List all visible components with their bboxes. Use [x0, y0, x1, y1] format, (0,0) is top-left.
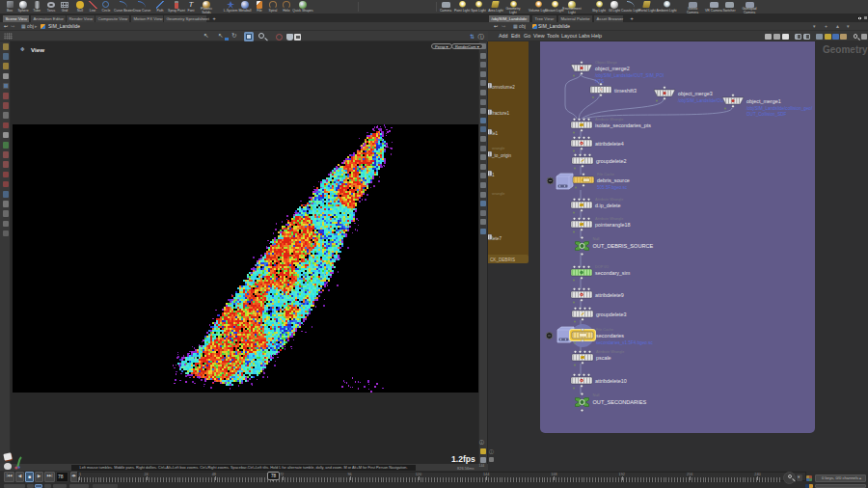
- svg-text:Null: Null: [593, 236, 600, 241]
- svg-text:pointwrangle18: pointwrangle18: [595, 222, 631, 228]
- svg-text:debris_source: debris_source: [597, 177, 630, 183]
- svg-text:CK_DEBRIS: CK_DEBRIS: [490, 258, 515, 262]
- svg-text:secondaries: secondaries: [596, 333, 624, 339]
- svg-text:DOP I/O: DOP I/O: [595, 265, 609, 269]
- svg-text:OUT_Collision_SDF: OUT_Collision_SDF: [746, 112, 787, 117]
- svg-text:ⓘ: ⓘ: [489, 448, 494, 454]
- svg-text:Attribute Wrangle: Attribute Wrangle: [595, 118, 623, 122]
- svg-text:×: ×: [581, 379, 583, 383]
- svg-text:lete7: lete7: [492, 236, 502, 241]
- svg-text:×: ×: [581, 142, 583, 146]
- svg-text:_to_origin: _to_origin: [491, 153, 512, 158]
- svg-text:Attribute Wrangle: Attribute Wrangle: [596, 350, 624, 354]
- svg-text:wrangle: wrangle: [492, 192, 504, 196]
- svg-text:object_merge1: object_merge1: [746, 98, 781, 104]
- svg-text:NTS: NTS: [595, 79, 604, 84]
- svg-text:fracture1: fracture1: [492, 111, 510, 116]
- svg-text:omvolume2: omvolume2: [492, 85, 515, 90]
- svg-text:secondary_sim: secondary_sim: [595, 270, 631, 276]
- svg-text:groupdelete2: groupdelete2: [596, 158, 626, 164]
- svg-text:Attribute Wrangle: Attribute Wrangle: [595, 217, 623, 221]
- svg-text:File Cache: File Cache: [597, 173, 614, 176]
- svg-text:/obj/SIM_Landslide/collision_g: /obj/SIM_Landslide/collision_geo/: [746, 106, 813, 111]
- svg-text:object_merge3: object_merge3: [678, 91, 713, 96]
- svg-text:secondaries_v1.5F4.bgeo.sc: secondaries_v1.5F4.bgeo.sc: [596, 340, 653, 345]
- svg-text:Attribute Wrangle: Attribute Wrangle: [595, 198, 623, 202]
- svg-text:Object Merge: Object Merge: [595, 61, 617, 65]
- svg-text:wrangle: wrangle: [492, 147, 504, 150]
- svg-text:attribdelete10: attribdelete10: [595, 378, 627, 384]
- svg-text:attribdelete9: attribdelete9: [595, 292, 624, 298]
- svg-text:isolate_secondaries_pts: isolate_secondaries_pts: [595, 122, 651, 128]
- svg-text:File Cache: File Cache: [596, 328, 613, 332]
- svg-text:OUT_SECONDARIES: OUT_SECONDARIES: [593, 399, 647, 405]
- svg-text:505.5F.bgeo.sc: 505.5F.bgeo.sc: [597, 185, 628, 190]
- svg-text:OUT_DEBRIS_SOURCE: OUT_DEBRIS_SOURCE: [593, 243, 654, 249]
- svg-text:Null: Null: [593, 393, 600, 397]
- svg-text:/obj/SIM_Landslide/OUT_SIM_POI: /obj/SIM_Landslide/OUT_SIM_POI: [595, 73, 664, 78]
- svg-text:object_merge2: object_merge2: [595, 66, 630, 71]
- svg-text:d.ip_delete: d.ip_delete: [595, 203, 620, 208]
- svg-text:attribdelete4: attribdelete4: [595, 141, 624, 147]
- svg-text:groupdelete3: groupdelete3: [596, 312, 626, 317]
- svg-text:×: ×: [581, 293, 583, 297]
- svg-text:pscale: pscale: [596, 355, 611, 361]
- svg-text:le1: le1: [492, 131, 499, 136]
- svg-text:timeshift3: timeshift3: [614, 88, 637, 94]
- svg-text:1: 1: [492, 173, 495, 177]
